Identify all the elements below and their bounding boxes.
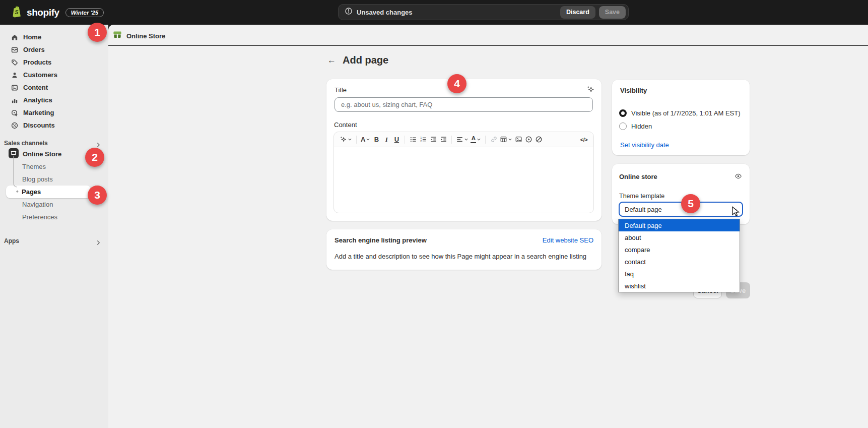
magic-sparkle-icon[interactable]: [585, 85, 595, 95]
annotation-step-5: 5: [681, 194, 700, 213]
link-button[interactable]: [489, 134, 499, 145]
sidebar-item-discounts[interactable]: Discounts: [0, 119, 108, 132]
outdent-button[interactable]: [428, 134, 438, 145]
breadcrumb-title: Online Store: [126, 32, 165, 40]
visibility-heading: Visibility: [620, 87, 647, 94]
text-style-button[interactable]: A: [360, 134, 371, 145]
sidebar-item-pages[interactable]: Pages: [6, 186, 91, 198]
page-heading: ← Add page: [327, 54, 388, 66]
online-store-heading: Online store: [619, 173, 657, 180]
annotation-step-3: 3: [88, 186, 107, 205]
select-chevron-icon: [732, 205, 737, 214]
dropdown-option-about[interactable]: about: [619, 231, 740, 243]
content-icon: [11, 84, 19, 92]
shopify-wordmark: shopify: [27, 7, 59, 18]
chevron-down-icon: [366, 137, 370, 142]
topbar: S shopify Winter '25 Unsaved changes Dis…: [0, 0, 868, 25]
online-store-card: Online store Theme template Default page: [612, 164, 750, 224]
topbar-save-button[interactable]: Save: [599, 6, 626, 19]
discard-button[interactable]: Discard: [560, 6, 595, 19]
online-store-green-icon: [112, 30, 122, 42]
bullet-list-button[interactable]: [408, 134, 418, 145]
theme-template-dropdown: Default page about compare contact faq w…: [618, 219, 740, 292]
home-icon: [11, 33, 19, 41]
dropdown-option-contact[interactable]: contact: [619, 256, 740, 268]
unsaved-changes-message: Unsaved changes: [357, 9, 560, 16]
back-button[interactable]: ←: [327, 56, 336, 65]
tree-arrow-icon: [13, 188, 19, 197]
numbered-list-button[interactable]: 12: [418, 134, 428, 145]
magic-text-icon[interactable]: [339, 134, 353, 145]
chevron-down-icon: [464, 137, 469, 142]
sidebar-item-marketing[interactable]: Marketing: [0, 106, 108, 119]
table-button[interactable]: [499, 134, 513, 145]
svg-text:2: 2: [420, 140, 422, 143]
insert-video-button[interactable]: [523, 134, 533, 145]
sidebar-item-orders[interactable]: Orders: [0, 43, 108, 56]
radio-unselected-icon: [619, 123, 627, 130]
indent-button[interactable]: [438, 134, 448, 145]
eye-icon[interactable]: [733, 172, 743, 181]
toolbar-divider: [485, 136, 486, 144]
svg-text:S: S: [15, 9, 19, 15]
content-editor-area[interactable]: [334, 147, 593, 213]
sidebar-item-analytics[interactable]: Analytics: [0, 94, 108, 106]
edit-website-seo-link[interactable]: Edit website SEO: [543, 236, 593, 244]
annotation-step-1: 1: [88, 23, 107, 42]
sidebar-item-customers[interactable]: Customers: [0, 69, 108, 81]
chevron-down-icon: [477, 137, 481, 142]
title-input[interactable]: [335, 97, 593, 112]
insert-image-button[interactable]: [513, 134, 523, 145]
sales-channels-header[interactable]: Sales channels: [0, 139, 108, 148]
dropdown-option-faq[interactable]: faq: [619, 268, 740, 280]
code-view-button[interactable]: </>: [579, 134, 589, 145]
breadcrumb[interactable]: Online Store: [112, 30, 165, 42]
shopify-admin-screen: S shopify Winter '25 Unsaved changes Dis…: [0, 0, 868, 428]
version-badge: Winter '25: [65, 8, 104, 17]
page-title: Add page: [343, 54, 388, 66]
alert-icon: [345, 7, 353, 17]
seo-preview-card: Search engine listing preview Edit websi…: [326, 229, 602, 270]
visibility-option-hidden[interactable]: Hidden: [619, 123, 652, 130]
italic-button[interactable]: I: [381, 134, 391, 145]
dropdown-option-compare[interactable]: compare: [619, 243, 740, 256]
sidebar-item-content[interactable]: Content: [0, 81, 108, 94]
dropdown-option-default-page[interactable]: Default page: [619, 219, 740, 231]
discounts-icon: [11, 121, 19, 130]
seo-heading: Search engine listing preview: [335, 236, 427, 244]
products-icon: [11, 58, 19, 67]
sidebar-item-blog-posts[interactable]: Blog posts: [0, 173, 108, 186]
title-field-label: Title: [335, 86, 347, 94]
page-form-card: Title Content A B I U: [326, 79, 602, 221]
sidebar-item-products[interactable]: Products: [0, 56, 108, 69]
visibility-option-visible[interactable]: Visible (as of 1/7/2025, 1:01 AM EST): [619, 109, 741, 117]
toolbar-divider: [356, 136, 357, 144]
seo-description: Add a title and description to see how t…: [335, 253, 586, 260]
clear-formatting-button[interactable]: [533, 134, 544, 145]
unsaved-changes-banner: Unsaved changes Discard Save: [338, 4, 629, 20]
chevron-down-icon: [508, 137, 512, 142]
analytics-icon: [11, 96, 19, 104]
chevron-down-icon: [348, 137, 352, 142]
chevron-right-icon: [97, 238, 100, 248]
underline-button[interactable]: U: [391, 134, 402, 145]
bold-button[interactable]: B: [371, 134, 381, 145]
text-color-button[interactable]: A: [470, 134, 482, 145]
visibility-card: Visibility Visible (as of 1/7/2025, 1:01…: [612, 80, 750, 155]
shopify-bag-icon: S: [11, 5, 23, 20]
radio-selected-icon: [619, 109, 627, 117]
sidebar-item-preferences[interactable]: Preferences: [0, 211, 108, 223]
svg-text:1: 1: [420, 136, 422, 139]
apps-header[interactable]: Apps: [0, 234, 108, 247]
theme-template-label: Theme template: [619, 193, 664, 200]
sidebar: Home Orders Products Customers Content A…: [0, 25, 108, 428]
editor-toolbar: A B I U 12: [334, 132, 593, 147]
dropdown-option-wishlist[interactable]: wishlist: [619, 280, 740, 292]
set-visibility-date-link[interactable]: Set visibility date: [620, 141, 669, 149]
toolbar-divider: [451, 136, 452, 144]
alignment-button[interactable]: [455, 134, 470, 145]
marketing-icon: [11, 109, 19, 117]
orders-icon: [11, 46, 19, 54]
annotation-step-4: 4: [447, 74, 466, 93]
shopify-logo[interactable]: S shopify Winter '25: [11, 5, 104, 20]
